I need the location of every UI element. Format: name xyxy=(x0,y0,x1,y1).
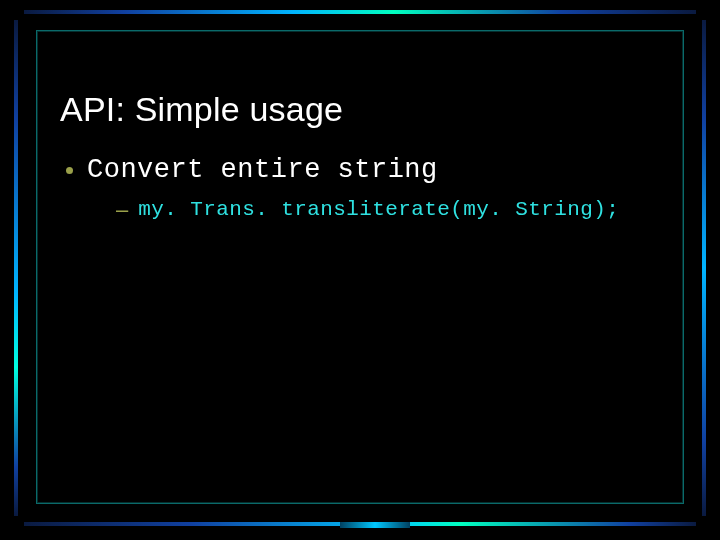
outer-frame xyxy=(14,10,706,526)
frame-right-bar xyxy=(702,20,706,516)
bottom-accent-tick xyxy=(340,522,410,528)
frame-top-bar xyxy=(24,10,696,14)
frame-left-bar xyxy=(14,20,18,516)
slide-content: API: Simple usage Convert entire string … xyxy=(60,90,660,223)
slide-title: API: Simple usage xyxy=(60,90,660,129)
dash-icon: – xyxy=(116,197,128,223)
sub-bullet-text: my. Trans. transliterate(my. String); xyxy=(138,197,619,223)
bullet-item: Convert entire string xyxy=(66,155,660,185)
slide: API: Simple usage Convert entire string … xyxy=(0,0,720,540)
bullet-text: Convert entire string xyxy=(87,155,438,185)
sub-bullet-item: – my. Trans. transliterate(my. String); xyxy=(116,197,660,223)
bullet-icon xyxy=(66,167,73,174)
